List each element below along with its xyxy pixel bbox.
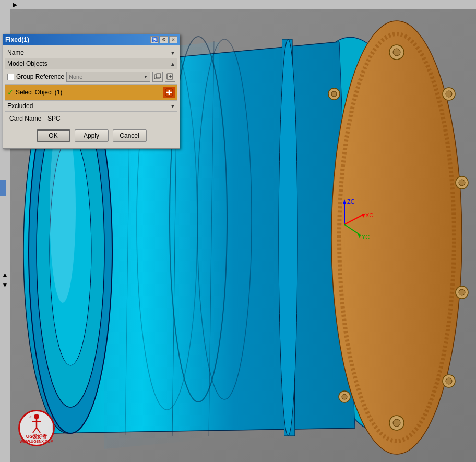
watermark-circle: Z UG爱好者 WWW.UGSNX.COM [18, 410, 55, 446]
card-name-label: Card Name [9, 115, 43, 122]
model-objects-arrow[interactable]: ▲ [170, 61, 175, 67]
svg-rect-45 [156, 74, 161, 78]
svg-point-11 [446, 91, 452, 97]
top-toolbar: ▶ [10, 0, 476, 9]
group-ref-icon-btn-2[interactable] [165, 72, 175, 82]
apply-button[interactable]: Apply [75, 129, 109, 142]
dialog-restore-btn[interactable]: ♿ [150, 36, 159, 43]
svg-point-9 [393, 49, 400, 56]
select-object-label: Select Object (1) [16, 89, 62, 96]
model-objects-header: Model Objects ▲ [5, 58, 177, 69]
toolbar-expand-arrow[interactable]: ▶ [10, 1, 19, 9]
dialog-title: Fixed(1) [5, 36, 29, 43]
svg-line-55 [33, 428, 37, 433]
watermark: Z UG爱好者 WWW.UGSNX.COM [18, 410, 81, 452]
svg-point-15 [459, 289, 465, 295]
svg-point-30 [279, 39, 298, 436]
select-object-row: ✓ Select Object (1) [5, 85, 177, 101]
excluded-label: Excluded [7, 102, 33, 110]
svg-point-52 [34, 414, 39, 419]
fixed-dialog: Fixed(1) ♿ ⚙ ✕ Name ▼ Model Objects ▲ [3, 34, 180, 149]
left-indicator [0, 180, 6, 196]
dialog-body: Name ▼ Model Objects ▲ Group Reference N… [3, 45, 180, 148]
svg-point-17 [446, 378, 452, 384]
excluded-row: Excluded ▼ [5, 101, 177, 112]
dialog-settings-btn[interactable]: ⚙ [160, 36, 168, 43]
button-row: OK Apply Cancel [5, 125, 177, 146]
group-ref-label: Group Reference [16, 73, 64, 80]
group-ref-dropdown[interactable]: None ▼ [66, 72, 150, 82]
group-reference-row: Group Reference None ▼ [5, 69, 177, 85]
model-objects-label: Model Objects [7, 60, 47, 67]
svg-text:XC: XC [365, 212, 373, 218]
svg-text:Z: Z [29, 414, 32, 419]
group-ref-checkbox[interactable] [7, 74, 14, 80]
svg-point-6 [331, 21, 462, 454]
svg-point-19 [393, 419, 400, 427]
left-panel-arrow-up[interactable]: ▲ [2, 271, 8, 278]
cancel-button[interactable]: Cancel [113, 129, 147, 142]
dialog-controls: ♿ ⚙ ✕ [150, 36, 177, 43]
group-ref-dropdown-value: None [69, 74, 82, 80]
select-add-button[interactable] [163, 87, 175, 98]
svg-text:YC: YC [362, 234, 370, 240]
ok-button[interactable]: OK [37, 129, 70, 142]
select-object-left: ✓ Select Object (1) [7, 88, 62, 97]
select-check-icon: ✓ [7, 88, 14, 97]
svg-line-56 [37, 428, 40, 433]
dialog-titlebar[interactable]: Fixed(1) ♿ ⚙ ✕ [3, 34, 180, 45]
watermark-brand: UG爱好者 [26, 434, 47, 440]
svg-point-21 [342, 394, 347, 399]
card-name-row: Card Name SPC [5, 112, 177, 125]
dialog-close-btn[interactable]: ✕ [169, 36, 177, 43]
viewport: ZC XC YC ▶ ▲ ▼ Fixed(1) ♿ ⚙ ✕ [0, 0, 476, 462]
watermark-url: WWW.UGSNX.COM [20, 440, 54, 443]
name-label: Name [7, 49, 24, 56]
group-ref-icon-btn-1[interactable] [152, 72, 163, 82]
svg-text:ZC: ZC [347, 198, 355, 205]
svg-point-13 [459, 180, 465, 186]
svg-point-23 [331, 91, 337, 97]
group-ref-dropdown-arrow: ▼ [144, 75, 148, 79]
name-section-row: Name ▼ [5, 48, 177, 58]
card-name-value: SPC [47, 115, 61, 122]
left-panel-arrow-down[interactable]: ▼ [2, 282, 8, 288]
name-arrow[interactable]: ▼ [170, 50, 175, 56]
excluded-arrow[interactable]: ▼ [170, 103, 175, 109]
